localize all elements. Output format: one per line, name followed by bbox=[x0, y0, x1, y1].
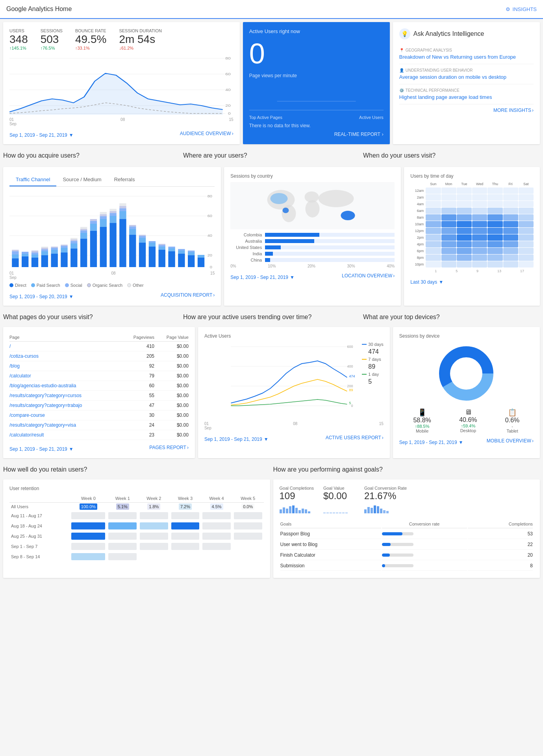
heatmap-cell bbox=[426, 194, 441, 201]
heatmap-cell bbox=[519, 201, 534, 207]
svg-text:400: 400 bbox=[347, 364, 353, 368]
heatmap-cell bbox=[426, 241, 441, 247]
svg-rect-131 bbox=[308, 511, 310, 513]
heatmap-cell bbox=[472, 261, 487, 267]
tab-referrals[interactable]: Referrals bbox=[108, 173, 141, 186]
heatmap-cell bbox=[457, 208, 472, 214]
table-row: /cotiza-cursos 205 $0.00 bbox=[9, 351, 189, 361]
users-metric: Users 348 ↑145.1% bbox=[9, 28, 28, 50]
realtime-report-link[interactable]: REAL-TIME REPORT › bbox=[249, 132, 384, 137]
insights-card: 💡 Ask Analytics Intelligence 📍 GEOGRAPHI… bbox=[393, 22, 540, 144]
heatmap-cell bbox=[441, 228, 456, 234]
active-users-date[interactable]: Sep 1, 2019 - Sep 21, 2019 ▼ bbox=[204, 437, 269, 442]
heatmap-cell bbox=[503, 261, 518, 267]
svg-rect-69 bbox=[119, 211, 126, 219]
tab-source-medium[interactable]: Source / Medium bbox=[56, 173, 107, 186]
legend-direct: Direct bbox=[9, 283, 26, 288]
heatmap-cell bbox=[426, 208, 441, 214]
svg-rect-87 bbox=[159, 244, 165, 245]
active-users-report-link[interactable]: ACTIVE USERS REPORT › bbox=[326, 435, 384, 440]
devices-date[interactable]: Sep 1, 2019 - Sep 21, 2019 ▼ bbox=[399, 440, 463, 445]
header-title: Google Analytics Home bbox=[6, 6, 72, 13]
retention-table: Week 0 Week 1 Week 2 Week 3 Week 4 Week … bbox=[9, 494, 264, 562]
audience-overview-link[interactable]: AUDIENCE OVERVIEW › bbox=[180, 131, 234, 136]
active-users-legend: 30 days 474 7 days 89 1 day 5 bbox=[362, 342, 384, 385]
users-label: Users bbox=[9, 28, 28, 33]
svg-rect-71 bbox=[119, 206, 126, 208]
svg-rect-73 bbox=[129, 235, 136, 267]
when-date[interactable]: Last 30 days ▼ bbox=[410, 279, 443, 285]
mobile-overview-link[interactable]: MOBILE OVERVIEW › bbox=[487, 438, 534, 444]
svg-rect-68 bbox=[119, 219, 126, 267]
svg-rect-24 bbox=[22, 256, 28, 267]
heatmap-cell bbox=[519, 228, 534, 234]
svg-rect-25 bbox=[22, 254, 28, 256]
middle-row: Traffic Channel Source / Medium Referral… bbox=[0, 167, 543, 309]
svg-rect-42 bbox=[61, 246, 67, 248]
svg-text:89: 89 bbox=[349, 388, 353, 392]
heatmap-cell bbox=[441, 261, 456, 267]
insight-behavior-title[interactable]: Average session duration on mobile vs de… bbox=[399, 74, 534, 80]
heatmap-cell bbox=[472, 221, 487, 227]
heatmap-cell bbox=[457, 201, 472, 207]
heatmap-cell bbox=[426, 254, 441, 261]
duration-label: Session Duration bbox=[119, 28, 162, 33]
svg-rect-139 bbox=[345, 513, 348, 513]
retention-all-users: All Users 100.0% 5.1% 1.8% 7.2% 4.5% 0.0… bbox=[9, 503, 264, 511]
heatmap-cell bbox=[487, 214, 502, 221]
svg-text:60: 60 bbox=[225, 72, 231, 76]
svg-rect-85 bbox=[159, 247, 165, 250]
svg-point-103 bbox=[319, 190, 354, 207]
header: Google Analytics Home ⚙ INSIGHTS bbox=[0, 0, 543, 19]
insight-tech-title[interactable]: Highest landing page average load times bbox=[399, 94, 534, 100]
heatmap-cell bbox=[426, 234, 441, 241]
insight-tech: ⚙️ TECHNICAL PERFORMANCE Highest landing… bbox=[399, 84, 534, 104]
pages-report-link[interactable]: PAGES REPORT › bbox=[149, 445, 189, 450]
svg-rect-134 bbox=[330, 513, 332, 513]
svg-rect-59 bbox=[100, 219, 107, 227]
legend-paid-search: Paid Search bbox=[31, 283, 60, 288]
table-row: /calculator/result 23 $0.00 bbox=[9, 430, 189, 440]
heatmap-cell bbox=[503, 241, 518, 247]
heatmap-cell bbox=[519, 188, 534, 194]
country-china: China bbox=[230, 258, 395, 262]
svg-rect-41 bbox=[61, 248, 67, 253]
svg-rect-40 bbox=[61, 253, 67, 267]
acquire-footer: Sep 1, 2019 - Sep 20, 2019 ▼ ACQUISITION… bbox=[9, 291, 215, 299]
svg-rect-88 bbox=[168, 251, 175, 267]
svg-rect-122 bbox=[280, 509, 282, 513]
svg-rect-77 bbox=[139, 243, 146, 267]
overview-date[interactable]: Sep 1, 2019 - Sep 21, 2019 ▼ bbox=[9, 132, 74, 138]
heatmap: Sun Mon Tue Wed Thu Fri Sat 12am2am4am6a… bbox=[410, 182, 534, 267]
heatmap-cell bbox=[457, 214, 472, 221]
duration-change: ↓61.2% bbox=[119, 46, 162, 50]
insight-tech-category: ⚙️ TECHNICAL PERFORMANCE bbox=[399, 88, 534, 93]
insights-button[interactable]: ⚙ INSIGHTS bbox=[506, 6, 537, 12]
acquire-date[interactable]: Sep 1, 2019 - Sep 20, 2019 ▼ bbox=[9, 294, 74, 299]
retention-row-1: Aug 11 - Aug 17 bbox=[9, 511, 264, 521]
svg-point-105 bbox=[341, 211, 355, 220]
heatmap-cell bbox=[426, 221, 441, 227]
heatmap-cell bbox=[503, 234, 518, 241]
svg-rect-132 bbox=[323, 513, 326, 513]
heatmap-cell bbox=[426, 261, 441, 267]
insight-geo-title[interactable]: Breakdown of New vs Returning users from… bbox=[399, 54, 534, 60]
svg-text:0: 0 bbox=[210, 265, 213, 269]
acquisition-report-link[interactable]: ACQUISITION REPORT › bbox=[161, 292, 215, 298]
realtime-footer: Top Active Pages Active Users bbox=[249, 115, 384, 120]
organic-color bbox=[87, 283, 91, 287]
other-color bbox=[127, 283, 131, 287]
svg-rect-130 bbox=[305, 509, 307, 513]
acquire-section: How do you acquire users? Where are your… bbox=[0, 147, 543, 167]
goals-title: How are you performing against goals? bbox=[273, 461, 540, 476]
svg-rect-58 bbox=[100, 227, 107, 267]
tab-traffic-channel[interactable]: Traffic Channel bbox=[9, 173, 56, 186]
pages-date[interactable]: Sep 1, 2019 - Sep 21, 2019 ▼ bbox=[9, 446, 74, 452]
where-date[interactable]: Sep 1, 2019 - Sep 21, 2019 ▼ bbox=[230, 275, 295, 280]
svg-text:20: 20 bbox=[225, 104, 231, 108]
heatmap-cell bbox=[457, 241, 472, 247]
svg-rect-138 bbox=[342, 513, 345, 513]
more-insights-link[interactable]: MORE INSIGHTS › bbox=[399, 108, 534, 113]
pages-footer: Sep 1, 2019 - Sep 21, 2019 ▼ PAGES REPOR… bbox=[9, 443, 189, 452]
location-overview-link[interactable]: LOCATION OVERVIEW › bbox=[342, 273, 395, 279]
